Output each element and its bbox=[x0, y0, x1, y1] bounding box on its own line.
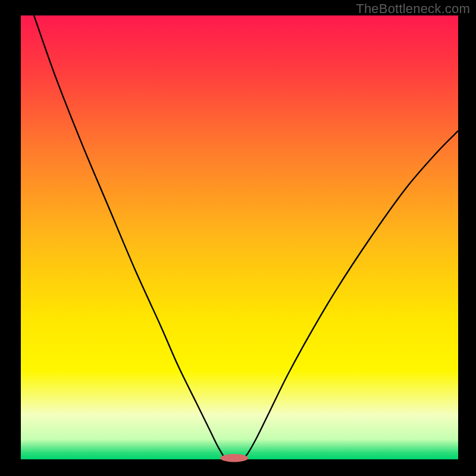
bottleneck-marker bbox=[220, 454, 248, 462]
plot-background bbox=[21, 15, 458, 459]
chart-frame: TheBottleneck.com bbox=[0, 0, 476, 476]
bottleneck-chart bbox=[0, 0, 476, 476]
watermark-label: TheBottleneck.com bbox=[356, 1, 470, 17]
